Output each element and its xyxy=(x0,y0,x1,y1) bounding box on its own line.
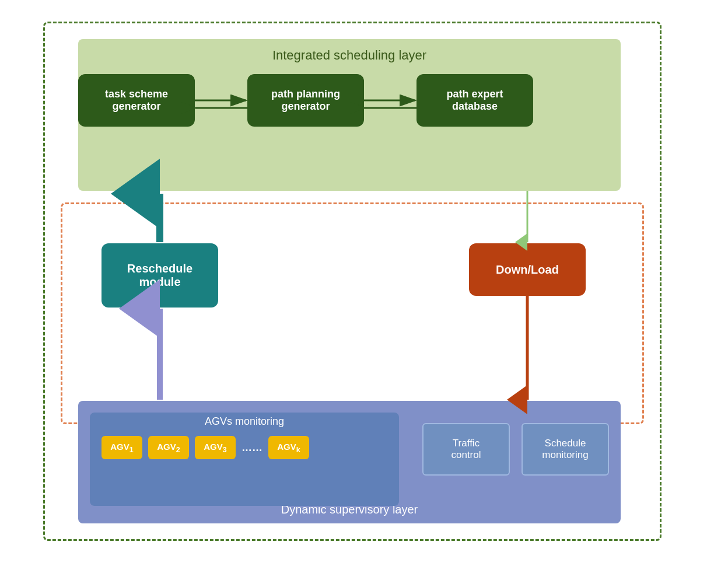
schedule-monitoring-label: Schedulemonitoring xyxy=(542,438,588,461)
reschedule-label: Reschedulemodule xyxy=(127,262,192,289)
agvs-monitoring-label: AGVs monitoring xyxy=(90,415,399,428)
diagram-container: Integrated scheduling layer task schemeg… xyxy=(43,22,685,558)
agv-k-label: AGVk xyxy=(277,442,300,454)
schedule-monitoring-box: Schedulemonitoring xyxy=(522,423,609,476)
task-scheme-label: task schemegenerator xyxy=(105,88,168,113)
path-expert-database-box: path expertdatabase xyxy=(416,74,533,127)
orange-dashed-border xyxy=(61,202,644,424)
agv-2-box: AGV2 xyxy=(148,436,189,459)
agv-3-box: AGV3 xyxy=(195,436,236,459)
agv-3-label: AGV3 xyxy=(204,442,226,454)
integrated-layer-label: Integrated scheduling layer xyxy=(78,48,621,63)
agv-k-box: AGVk xyxy=(268,436,309,459)
path-planning-label: path planninggenerator xyxy=(271,88,340,113)
download-label: Down/Load xyxy=(496,263,559,277)
agv-row: AGV1 AGV2 AGV3 …… AGVk xyxy=(102,436,309,459)
path-planning-generator-box: path planninggenerator xyxy=(247,74,364,127)
download-box: Down/Load xyxy=(469,243,586,296)
traffic-control-box: Trafficcontrol xyxy=(422,423,510,476)
agv-dots: …… xyxy=(242,442,262,454)
task-scheme-generator-box: task schemegenerator xyxy=(78,74,195,127)
agv-1-box: AGV1 xyxy=(102,436,142,459)
agvs-monitoring-box: AGVs monitoring xyxy=(90,413,399,506)
path-expert-label: path expertdatabase xyxy=(446,88,503,113)
traffic-control-label: Trafficcontrol xyxy=(451,438,481,461)
agv-2-label: AGV2 xyxy=(157,442,180,454)
reschedule-module-box: Reschedulemodule xyxy=(102,243,218,308)
agv-1-label: AGV1 xyxy=(110,442,133,454)
